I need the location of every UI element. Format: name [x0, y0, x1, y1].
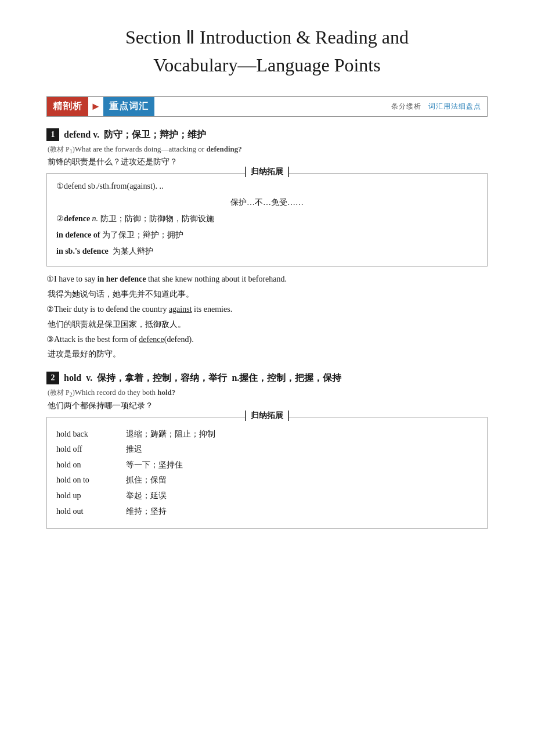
defend-def-4: in sb.'s defence 为某人辩护 — [56, 244, 478, 258]
word-chinese-defend: 防守；保卫；辩护；维护 — [104, 129, 206, 139]
hold-phrase-6: hold out — [56, 504, 126, 520]
word-en-hold: hold — [64, 373, 81, 383]
section-header-left: 精剖析 ► 重点词汇 — [47, 97, 154, 116]
ref-label-1: (教材 P1) — [48, 145, 75, 153]
summary-box-title-2: 归纳拓展 — [245, 411, 289, 421]
title-line1: Section Ⅱ Introduction & Reading and — [125, 27, 409, 48]
summary-box-1: 归纳拓展 ①defend sb./sth.from(against). .. 保… — [46, 173, 488, 267]
hold-meaning-1: 退缩；踌躇；阻止；抑制 — [126, 427, 478, 442]
hold-phrase-5: hold up — [56, 488, 126, 504]
word-number-2: 2 — [46, 372, 59, 384]
defend-def-center: 保护…不…免受…… — [56, 196, 478, 210]
word-main-hold: hold v. 保持，拿着，控制，容纳，举行 n.握住，控制，把握，保持 — [64, 372, 341, 384]
word-title-hold: 2 hold v. 保持，拿着，控制，容纳，举行 n.握住，控制，把握，保持 — [46, 372, 488, 384]
word-title-defend: 1 defend v. 防守；保卫；辩护；维护 — [46, 128, 488, 141]
word-number-1: 1 — [46, 128, 59, 141]
summary-content-1: ①defend sb./sth.from(against). .. 保护…不…免… — [56, 179, 478, 258]
word-pos-hold-n: n. — [232, 373, 239, 383]
hold-meaning-4: 抓住；保留 — [126, 473, 478, 488]
word-main-defend: defend v. 防守；保卫；辩护；维护 — [64, 129, 206, 141]
hold-meaning-5: 举起；延误 — [126, 488, 478, 504]
hold-meaning-2: 推迟 — [126, 442, 478, 458]
hold-meaning-3: 等一下；坚持住 — [126, 458, 478, 473]
word-entry-defend: 1 defend v. 防守；保卫；辩护；维护 (教材 P1)What are … — [46, 128, 488, 361]
hold-row-6: hold out 维持；坚持 — [56, 504, 478, 520]
example-block-1: ①I have to say in her defence that she k… — [46, 272, 488, 361]
header-tag-red: 精剖析 — [47, 97, 88, 116]
hold-phrase-3: hold on — [56, 458, 126, 473]
example-1-3-zh: 进攻是最好的防守。 — [48, 347, 488, 361]
hold-phrase-1: hold back — [56, 427, 126, 442]
hold-row-2: hold off 推迟 — [56, 442, 478, 458]
ref-bold-1: defending? — [206, 145, 241, 153]
ref-label-2: (教材 P2) — [48, 388, 75, 397]
textbook-ref-2: (教材 P2)Which record do they both hold? — [48, 388, 488, 398]
header-right-sub: 词汇用法细盘点 — [428, 102, 481, 110]
word-chinese-hold-n: 握住，控制，把握，保持 — [239, 373, 341, 383]
summary-content-2: hold back 退缩；踌躇；阻止；抑制 hold off 推迟 hold o… — [56, 427, 478, 520]
hold-row-5: hold up 举起；延误 — [56, 488, 478, 504]
title-line2: Vocabulary—Language Points — [153, 55, 380, 75]
example-1-3-en: ③Attack is the best form of defence(defe… — [46, 333, 488, 347]
summary-box-2: 归纳拓展 hold back 退缩；踌躇；阻止；抑制 hold off 推迟 h… — [46, 417, 488, 530]
header-arrow-icon: ► — [91, 100, 101, 113]
hold-meaning-6: 维持；坚持 — [126, 504, 478, 520]
chinese-sentence-1: 前锋的职责是什么？进攻还是防守？ — [48, 157, 488, 167]
header-tag-blue: 重点词汇 — [103, 97, 154, 116]
word-pos-hold-v: v. — [86, 373, 92, 383]
header-right-label: 条分缕析 — [391, 102, 421, 110]
defend-def-3: in defence of 为了保卫；辩护；拥护 — [56, 228, 478, 242]
hold-row-3: hold on 等一下；坚持住 — [56, 458, 478, 473]
page-title: Section Ⅱ Introduction & Reading and Voc… — [46, 23, 488, 79]
example-1-2-zh: 他们的职责就是保卫国家，抵御敌人。 — [48, 318, 488, 332]
word-chinese-hold-v: 保持，拿着，控制，容纳，举行 — [97, 373, 227, 383]
chinese-sentence-2: 他们两个都保持哪一项纪录？ — [48, 401, 488, 411]
word-pos-defend: v. — [93, 129, 99, 139]
word-en-defend: defend — [64, 129, 91, 139]
example-1-2-en: ②Their duty is to defend the country aga… — [46, 303, 488, 316]
ref-bold-2: hold? — [157, 388, 175, 397]
defend-def-1: ①defend sb./sth.from(against). .. — [56, 179, 478, 193]
textbook-ref-1: (教材 P1)What are the forwards doing—attac… — [48, 145, 488, 154]
hold-phrase-4: hold on to — [56, 473, 126, 488]
example-1-1-zh: 我得为她说句话，她事先并不知道此事。 — [48, 287, 488, 301]
hold-row-4: hold on to 抓住；保留 — [56, 473, 478, 488]
example-1-1-en: ①I have to say in her defence that she k… — [46, 272, 488, 286]
section-header-right: 条分缕析 词汇用法细盘点 — [391, 102, 487, 111]
summary-box-title-1: 归纳拓展 — [245, 167, 289, 177]
defend-def-2: ②defence n. 防卫；防御；防御物，防御设施 — [56, 212, 478, 226]
hold-phrases-table: hold back 退缩；踌躇；阻止；抑制 hold off 推迟 hold o… — [56, 427, 478, 520]
hold-row-1: hold back 退缩；踌躇；阻止；抑制 — [56, 427, 478, 442]
section-header-banner: 精剖析 ► 重点词汇 条分缕析 词汇用法细盘点 — [46, 96, 488, 117]
hold-phrase-2: hold off — [56, 442, 126, 458]
word-entry-hold: 2 hold v. 保持，拿着，控制，容纳，举行 n.握住，控制，把握，保持 (… — [46, 372, 488, 529]
